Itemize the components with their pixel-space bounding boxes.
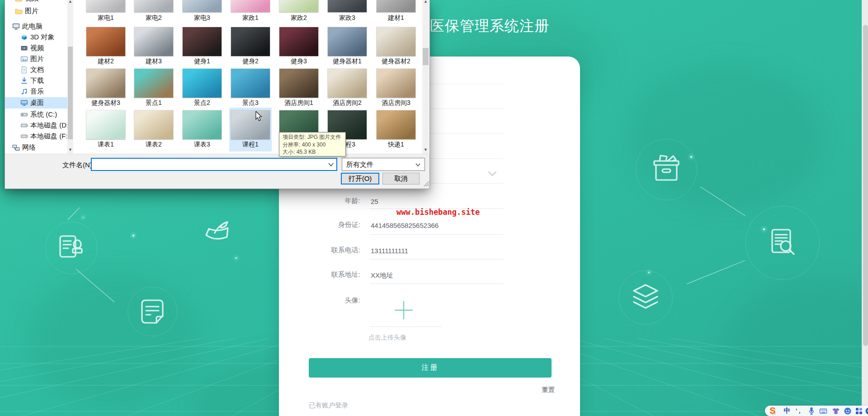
- ime-emoji-icon[interactable]: [843, 406, 853, 416]
- file-thumbnail[interactable]: [134, 0, 173, 12]
- file-label[interactable]: 课表2: [130, 141, 177, 149]
- mouse-cursor: [255, 111, 262, 121]
- file-thumbnail[interactable]: [279, 0, 318, 12]
- file-label[interactable]: 景点1: [130, 99, 177, 107]
- filetype-select[interactable]: 所有文件: [342, 158, 425, 171]
- file-thumbnail[interactable]: [328, 27, 367, 56]
- file-thumbnail[interactable]: [328, 69, 367, 98]
- file-thumbnail[interactable]: [183, 27, 222, 56]
- sidebar-item-disk-12[interactable]: 本地磁盘 (F:): [5, 131, 67, 142]
- file-label[interactable]: 健身器材1: [324, 57, 371, 66]
- file-label[interactable]: 家电3: [179, 14, 226, 22]
- file-thumbnail[interactable]: [279, 69, 318, 98]
- file-thumbnail[interactable]: [279, 27, 318, 56]
- cancel-button[interactable]: 取消: [382, 173, 420, 184]
- ime-skin-icon[interactable]: [831, 406, 841, 416]
- file-thumbnail[interactable]: [86, 27, 125, 56]
- file-label[interactable]: 健身器材3: [82, 99, 129, 107]
- filename-input[interactable]: [91, 158, 337, 171]
- ime-toolbox-icon[interactable]: [864, 406, 868, 416]
- ime-lang-toggle[interactable]: 中: [782, 406, 792, 416]
- ime-mic-icon[interactable]: [807, 406, 816, 416]
- file-thumbnail[interactable]: [377, 27, 415, 56]
- file-label[interactable]: 建材3: [130, 57, 177, 66]
- file-thumbnail[interactable]: [231, 0, 270, 12]
- file-label[interactable]: 家政3: [324, 14, 371, 22]
- file-thumbnail[interactable]: [377, 0, 415, 12]
- sidebar-item-document-6[interactable]: 文档: [5, 64, 67, 76]
- file-thumbnail[interactable]: [86, 0, 125, 12]
- open-button[interactable]: 打开(O): [341, 173, 379, 184]
- id-card-value[interactable]: 441458565825652366: [371, 222, 439, 229]
- file-thumbnail[interactable]: [231, 110, 270, 139]
- file-label[interactable]: 快递1: [373, 141, 420, 149]
- sidebar-item-desktop-9[interactable]: 桌面: [5, 97, 67, 109]
- sidebar-item-disk-11[interactable]: 本地磁盘 (D:): [5, 120, 67, 131]
- chevron-down-icon[interactable]: [328, 162, 334, 167]
- sidebar-item-network-13[interactable]: 网络: [5, 142, 67, 153]
- file-label[interactable]: 建材2: [82, 57, 129, 66]
- file-label[interactable]: 景点2: [179, 99, 226, 107]
- file-thumbnail[interactable]: [231, 69, 270, 98]
- browser-scrollbar[interactable]: [862, 0, 868, 416]
- file-label[interactable]: 家政1: [227, 14, 274, 22]
- file-label[interactable]: 健身2: [227, 57, 274, 66]
- file-label[interactable]: 健身1: [179, 57, 226, 66]
- file-label[interactable]: 课表3: [179, 141, 226, 149]
- file-label[interactable]: 建材1: [373, 14, 420, 22]
- file-label[interactable]: 景点3: [227, 99, 274, 107]
- file-label[interactable]: 酒店房间1: [275, 99, 322, 107]
- chevron-down-icon[interactable]: [488, 170, 497, 177]
- sidebar-item-label: 视频: [25, 0, 38, 3]
- login-link[interactable]: 已有账户登录: [309, 401, 348, 410]
- sidebar-item-download-7[interactable]: 下载: [5, 75, 67, 86]
- file-thumbnail[interactable]: [134, 110, 173, 139]
- resize-grip[interactable]: [424, 181, 429, 187]
- ime-keyboard-icon[interactable]: [818, 406, 828, 416]
- file-thumbnail[interactable]: [183, 110, 222, 139]
- sidebar-item-folder-1[interactable]: 图片: [5, 5, 67, 17]
- file-thumbnail[interactable]: [328, 0, 367, 12]
- sidebar-item-folder-0[interactable]: 视频: [5, 0, 67, 4]
- phone-underline: [369, 259, 503, 260]
- sidebar-item-disk-os-10[interactable]: 系统 (C:): [5, 109, 67, 120]
- sidebar-scrollbar[interactable]: ▲ ▼: [67, 0, 73, 154]
- sidebar-item-cube-3[interactable]: 3D 对象: [5, 32, 67, 43]
- sidebar-item-picture-5[interactable]: 图片: [5, 53, 67, 65]
- file-thumbnail[interactable]: [183, 69, 222, 98]
- register-button[interactable]: 注册: [309, 358, 552, 378]
- ime-punctuation-toggle[interactable]: ’，: [794, 406, 804, 416]
- folder-icon: [15, 0, 23, 2]
- file-thumbnail[interactable]: [377, 69, 415, 98]
- ime-logo[interactable]: S: [767, 406, 778, 416]
- file-thumbnail[interactable]: [86, 110, 125, 139]
- ime-grid-icon[interactable]: [854, 406, 864, 416]
- file-label[interactable]: 家电1: [82, 14, 129, 22]
- file-label[interactable]: 家电2: [130, 14, 177, 22]
- phone-value[interactable]: 13111111111: [371, 247, 408, 255]
- file-label[interactable]: 酒店房间2: [324, 99, 371, 107]
- file-thumbnail[interactable]: [183, 0, 222, 12]
- file-label[interactable]: 家政2: [275, 14, 322, 22]
- reset-link[interactable]: 重置: [523, 386, 555, 394]
- file-thumbnail[interactable]: [86, 69, 125, 98]
- file-thumbnail[interactable]: [134, 69, 173, 98]
- file-label[interactable]: 课程1: [227, 141, 274, 149]
- file-thumbnail[interactable]: [134, 27, 173, 56]
- file-thumbnail[interactable]: [377, 110, 415, 139]
- sidebar-item-video-4[interactable]: 视频: [5, 43, 67, 54]
- folder-icon: [15, 7, 23, 15]
- file-thumbnail[interactable]: [231, 27, 270, 56]
- file-label[interactable]: 健身器材2: [373, 57, 420, 66]
- age-value[interactable]: 25: [371, 198, 378, 205]
- file-label[interactable]: 酒店房间3: [373, 99, 420, 107]
- plus-icon: [387, 293, 420, 327]
- address-value[interactable]: XX地址: [371, 271, 393, 280]
- sidebar-item-computer-2[interactable]: 此电脑: [5, 21, 67, 32]
- file-label[interactable]: 课表1: [82, 141, 129, 149]
- screen: 医保管理系统注册 年龄: 25 身份证: 441458565825652366 …: [0, 0, 868, 416]
- file-list-scrollbar[interactable]: ▲ ▼: [422, 0, 429, 154]
- file-label[interactable]: 健身3: [275, 57, 322, 66]
- sidebar-item-music-8[interactable]: 音乐: [5, 86, 67, 97]
- avatar-upload-area[interactable]: [387, 293, 420, 327]
